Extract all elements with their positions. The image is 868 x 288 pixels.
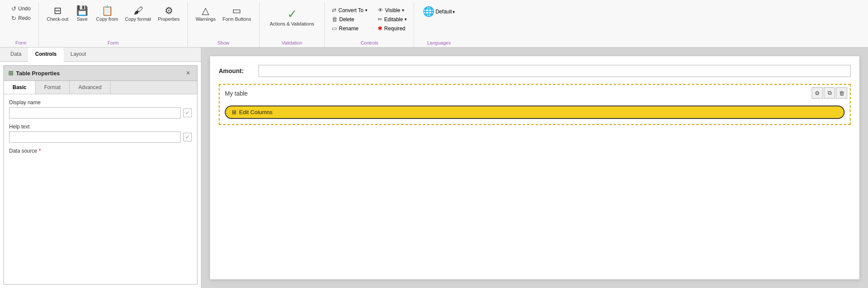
warnings-label: Warnings [196, 16, 216, 22]
delete-icon: 🗑 [332, 16, 337, 22]
table-properties-panel: ⊞ Table Properties × Basic Format Advanc… [3, 65, 198, 285]
table-widget-toolbar: ⚙ ⧉ 🗑 [812, 87, 847, 99]
table-props-title: ⊞ Table Properties [8, 70, 60, 77]
redo-label: Redo [18, 15, 31, 21]
required-icon: ✱ [378, 25, 382, 32]
properties-icon: ⚙ [165, 6, 173, 16]
props-tab-basic[interactable]: Basic [4, 81, 36, 94]
form-buttons-icon: ▭ [232, 6, 241, 16]
copy-format-label: Copy format [125, 16, 151, 22]
tab-data[interactable]: Data [3, 48, 28, 61]
languages-group: 🌐 Default ▾ Languages [414, 2, 463, 47]
redo-icon: ↻ [11, 15, 16, 22]
default-label: Default [435, 9, 452, 15]
tab-layout[interactable]: Layout [64, 48, 93, 61]
table-copy-button[interactable]: ⧉ [824, 87, 835, 99]
edit-columns-icon: ⊞ [232, 109, 236, 115]
table-icon: ⊞ [8, 70, 13, 77]
visible-button[interactable]: 👁 Visible [376, 6, 408, 14]
main-area: Data Controls Layout ⊞ Table Properties … [0, 48, 868, 288]
edit-columns-button[interactable]: ⊞ Edit Columns [225, 106, 845, 119]
delete-button[interactable]: 🗑 Delete [330, 15, 369, 23]
undo-icon: ↺ [11, 5, 16, 12]
table-delete-button[interactable]: 🗑 [836, 87, 847, 99]
copy-format-button[interactable]: 🖌 Copy format [123, 4, 154, 23]
table-widget: ⚙ ⧉ 🗑 My table ⊞ Edit Columns [219, 84, 851, 125]
form-group-label2: Form [107, 40, 119, 47]
save-button[interactable]: 💾 Save [73, 4, 92, 23]
form-group: ⊟ Check-out 💾 Save 📋 Copy from 🖌 Copy fo… [39, 2, 188, 47]
save-icon: 💾 [76, 6, 88, 16]
table-props-title-label: Table Properties [16, 70, 60, 77]
editable-button[interactable]: ✏ Editable [376, 15, 408, 23]
toolbar: ↺ Undo ↻ Redo Form ⊟ Check-out 💾 Save 📋 … [0, 0, 868, 48]
data-source-field: Data source * [9, 148, 192, 154]
show-group: △ Warnings ▭ Form Buttons Show [188, 2, 259, 47]
form-buttons-button[interactable]: ▭ Form Buttons [220, 4, 254, 23]
properties-label: Properties [158, 16, 180, 22]
editable-icon: ✏ [378, 16, 382, 22]
table-settings-button[interactable]: ⚙ [812, 87, 823, 99]
amount-input[interactable] [259, 65, 851, 77]
checkout-label: Check-out [47, 16, 68, 22]
help-text-field: Help text ✓ [9, 124, 192, 143]
controls-group-label: Controls [360, 40, 378, 47]
amount-label: Amount: [219, 67, 253, 74]
warnings-icon: △ [202, 6, 209, 16]
warnings-button[interactable]: △ Warnings [193, 4, 218, 23]
actions-validations-button[interactable]: ✓ Actions & Validations [265, 4, 320, 29]
props-tabs: Basic Format Advanced [4, 81, 197, 94]
visible-icon: 👁 [378, 7, 383, 13]
form-buttons-label: Form Buttons [223, 16, 251, 22]
convert-to-button[interactable]: ⇄ Convert To [330, 6, 369, 14]
editable-label: Editable [384, 16, 403, 22]
properties-button[interactable]: ⚙ Properties [155, 4, 182, 23]
help-text-check[interactable]: ✓ [183, 133, 192, 141]
copy-from-label: Copy from [96, 16, 118, 22]
canvas-area: Amount: ⚙ ⧉ 🗑 My table ⊞ Edit Columns [201, 48, 868, 288]
rename-button[interactable]: ▭ Rename [330, 24, 369, 32]
save-label: Save [77, 16, 87, 22]
rename-label: Rename [339, 26, 358, 32]
default-arrow-icon: ▾ [453, 10, 455, 14]
checkout-icon: ⊟ [54, 6, 62, 16]
show-group-label: Show [217, 40, 230, 47]
controls-group: ⇄ Convert To 🗑 Delete ▭ Rename 👁 Visible [325, 2, 414, 47]
visible-label: Visible [385, 7, 400, 13]
edit-columns-label: Edit Columns [239, 109, 272, 115]
canvas-sheet: Amount: ⚙ ⧉ 🗑 My table ⊞ Edit Columns [210, 56, 859, 279]
undo-label: Undo [18, 6, 31, 12]
undo-button[interactable]: ↺ Undo [9, 4, 33, 13]
props-tab-advanced[interactable]: Advanced [70, 81, 110, 94]
languages-icon: 🌐 [423, 6, 434, 17]
required-label: Required [384, 26, 405, 32]
copy-format-icon: 🖌 [133, 6, 143, 16]
undo-redo-group: ↺ Undo ↻ Redo Form [3, 2, 39, 47]
display-name-input[interactable] [9, 107, 181, 118]
validation-group-label: Validation [282, 40, 302, 47]
display-name-check[interactable]: ✓ [183, 109, 192, 117]
close-button[interactable]: × [184, 68, 193, 78]
data-source-label: Data source * [9, 148, 192, 154]
rename-icon: ▭ [332, 25, 337, 32]
table-title: My table [225, 90, 845, 97]
convert-to-label: Convert To [338, 7, 363, 13]
table-props-header: ⊞ Table Properties × [4, 66, 197, 81]
copy-from-button[interactable]: 📋 Copy from [94, 4, 121, 23]
form-group-label: Form [16, 40, 27, 47]
actions-validations-label: Actions & Validations [270, 21, 314, 26]
languages-group-label: Languages [427, 40, 450, 47]
required-button[interactable]: ✱ Required [376, 24, 408, 32]
help-text-input[interactable] [9, 131, 181, 143]
props-tab-format[interactable]: Format [36, 81, 70, 94]
checkout-button[interactable]: ⊟ Check-out [44, 4, 71, 23]
tab-controls[interactable]: Controls [28, 48, 63, 62]
default-button[interactable]: 🌐 Default ▾ [419, 4, 458, 19]
redo-button[interactable]: ↻ Redo [9, 14, 33, 22]
convert-to-icon: ⇄ [332, 7, 337, 13]
validation-group: ✓ Actions & Validations Validation [259, 2, 325, 47]
display-name-label: Display name [9, 99, 192, 106]
help-text-label: Help text [9, 124, 192, 130]
panel-tabs: Data Controls Layout [0, 48, 201, 62]
delete-label: Delete [339, 16, 354, 22]
